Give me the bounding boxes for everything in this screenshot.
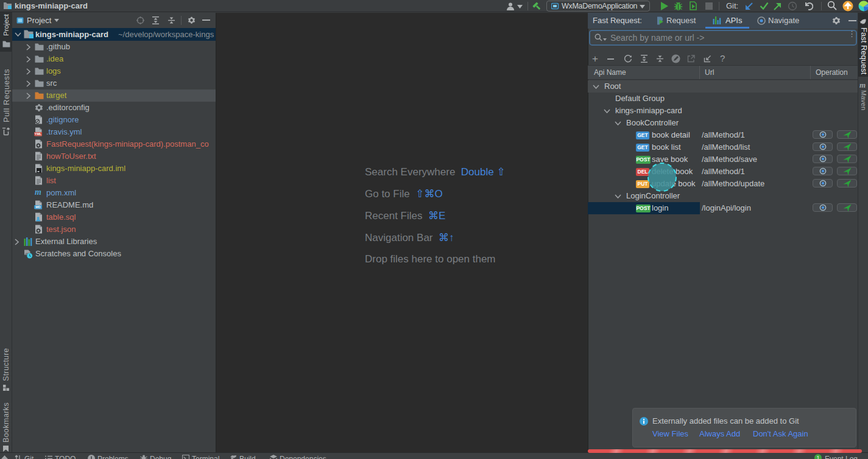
svg-text:YML: YML (35, 132, 42, 136)
svg-text:MD: MD (35, 205, 40, 209)
